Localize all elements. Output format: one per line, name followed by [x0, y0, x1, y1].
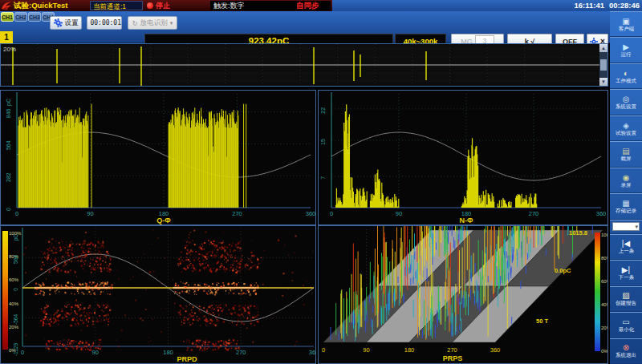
- scroll-up-icon[interactable]: ▲: [599, 44, 607, 52]
- prev-icon: |◀: [622, 239, 630, 248]
- colorbar-tick-label: 60%: [601, 279, 607, 284]
- panel-prpd: 100%80%60%40%20%0%pC5640-564-11290901802…: [0, 225, 316, 364]
- minimize-icon: ▭: [622, 317, 629, 326]
- sidebar-item-label: 上一条: [618, 249, 633, 254]
- x-tick-label: 90: [363, 346, 369, 354]
- pulse-waveform-plot: 20%: [1, 44, 599, 86]
- sidebar-item-next-item[interactable]: ▶|下一条: [610, 260, 642, 285]
- sidebar-item-run[interactable]: ▶运行: [610, 37, 642, 63]
- panel-count-phase: 22157090180270360N-Φ: [318, 90, 608, 225]
- sidebar-item-label: 录屏: [621, 182, 632, 188]
- x-tick-label: 90: [92, 349, 99, 356]
- sidebar-item-test-settings[interactable]: ◈试验设置: [610, 115, 642, 141]
- test-config-icon: ◈: [623, 121, 629, 130]
- sidebar-item-system-settings[interactable]: ◎系统设置: [610, 89, 642, 115]
- sidebar-item-work-mode[interactable]: ◐工作模式: [610, 63, 642, 89]
- y-tick-label: 564: [13, 255, 18, 264]
- time-of-day: 16:11:41: [574, 1, 604, 10]
- sidebar-item-exit[interactable]: ⊗系统退出: [610, 338, 642, 364]
- toolbar: CH1CH2CH3CH4 设置 00:00:01 ↻ 放电识别 ▾ 923.42…: [0, 11, 610, 43]
- sidebar-item-label: 创建报告: [616, 301, 636, 306]
- monitor-icon: ▣: [622, 17, 629, 26]
- screenshot-icon: ▤: [622, 147, 629, 156]
- gear-icon: ◎: [623, 95, 630, 103]
- sidebar-item-record-select[interactable]: ▾: [610, 220, 642, 234]
- sidebar-item-label: 系统退出: [616, 353, 636, 358]
- strip-gain-label: 20%: [3, 46, 16, 53]
- settings-label: 设置: [65, 18, 79, 28]
- colorbar-tick-label: 0%: [601, 349, 607, 354]
- colorbar-tick-label: 80%: [601, 256, 607, 261]
- y-tick-label: 0: [13, 288, 18, 291]
- settings-button[interactable]: 设置: [50, 16, 82, 30]
- pd-analyzer-app: 试验:QuickTest 当前通道:1 停止 触发:数字 自同步 16:11:4…: [0, 0, 642, 364]
- x-tick-label: 270: [529, 210, 539, 217]
- pulse-waveform-strip: 20% ▲ ▼: [0, 43, 608, 87]
- next-icon: ▶|: [622, 265, 630, 274]
- chart-title: PRPD: [177, 355, 197, 363]
- x-tick-label: 0: [322, 346, 325, 354]
- prps-cycles-label: 50 T: [536, 317, 548, 325]
- sidebar-item-storage-records[interactable]: ▦存储记录: [610, 193, 642, 219]
- x-tick-label: 360: [490, 346, 501, 354]
- y-tick-label: 282: [6, 172, 11, 182]
- x-tick-label: 270: [232, 210, 242, 217]
- sidebar: ▣客户端▶运行◐工作模式◎系统设置◈试验设置▤截屏◉录屏▦存储记录▾|◀上一条▶…: [610, 11, 642, 364]
- sidebar-item-create-report[interactable]: ▧创建报告: [610, 286, 642, 312]
- report-icon: ▧: [622, 291, 629, 300]
- sidebar-item-record-screen[interactable]: ◉录屏: [610, 168, 642, 193]
- prpd-colorbar: [2, 231, 8, 350]
- channel-button-ch1[interactable]: CH1: [1, 12, 14, 22]
- chart-title: N-Φ: [460, 216, 473, 224]
- discharge-recognition-label: 放电识别: [140, 18, 168, 28]
- x-tick-label: 270: [236, 349, 246, 356]
- x-tick-label: 180: [163, 349, 173, 356]
- x-tick-label: 360: [309, 349, 315, 356]
- chevron-down-icon: ▾: [170, 20, 173, 26]
- y-tick-label: 564: [6, 140, 11, 150]
- x-tick-label: 0: [21, 349, 24, 356]
- test-name: 试验:QuickTest: [14, 1, 67, 10]
- y-tick-label: 22: [320, 107, 326, 114]
- gear-icon: [54, 18, 63, 27]
- sidebar-item-label: 客户端: [618, 26, 633, 31]
- stop-label[interactable]: 停止: [156, 1, 170, 10]
- y-tick-label: 0: [6, 208, 11, 211]
- strip-scrollbar[interactable]: ▲ ▼: [599, 44, 607, 86]
- x-tick-label: 360: [596, 210, 607, 217]
- titlebar: 试验:QuickTest 当前通道:1 停止 触发:数字 自同步 16:11:4…: [0, 0, 642, 11]
- x-tick-label: 270: [447, 346, 457, 354]
- y-axis-unit: pC: [13, 234, 19, 241]
- timer-value: 00:00:01: [90, 19, 121, 26]
- sidebar-item-label: 下一条: [618, 274, 633, 280]
- x-tick-label: 90: [396, 210, 402, 217]
- channel-button-ch2[interactable]: CH2: [14, 12, 27, 22]
- x-tick-label: 0: [15, 210, 18, 217]
- scroll-down-icon[interactable]: ▼: [599, 78, 607, 86]
- prps-colorbar: [595, 233, 600, 351]
- channel-button-ch3[interactable]: CH3: [28, 12, 41, 22]
- panel-prps-3d: 100%80%60%40%20%0%1015.80.0pC50 T0901802…: [318, 225, 608, 364]
- colorbar-tick-label: 40%: [601, 302, 607, 307]
- clock: 16:11:4100:28:46: [569, 1, 640, 10]
- channel-tab-1[interactable]: 1: [0, 31, 13, 43]
- sidebar-item-label: 截屏: [621, 156, 632, 161]
- titlebar-status-zone: 试验:QuickTest 当前通道:1 停止 触发:数字 自同步: [0, 0, 332, 11]
- sidebar-item-minimize[interactable]: ▭最小化: [610, 312, 642, 338]
- y-axis-unit: pC: [6, 99, 12, 106]
- elapsed-time: 00:28:46: [609, 1, 640, 10]
- sidebar-item-screenshot[interactable]: ▤截屏: [610, 141, 642, 167]
- chart-title: PRPS: [443, 354, 463, 362]
- y-tick-label: -1129: [13, 343, 18, 357]
- sidebar-item-label: 试验设置: [616, 130, 636, 135]
- discharge-recognition-dropdown[interactable]: ↻ 放电识别 ▾: [128, 16, 177, 30]
- current-channel: 当前通道:1: [90, 1, 143, 10]
- scroll-thumb[interactable]: [600, 59, 607, 71]
- sidebar-item-label: 存储记录: [616, 208, 636, 213]
- sidebar-item-prev-item[interactable]: |◀上一条: [610, 234, 642, 260]
- record-select-box[interactable]: ▾: [612, 222, 640, 231]
- stop-indicator-icon: [147, 2, 153, 9]
- sidebar-item-client[interactable]: ▣客户端: [610, 11, 642, 37]
- prps-max-label: 1015.8: [569, 229, 587, 237]
- sidebar-item-label: 运行: [621, 52, 632, 58]
